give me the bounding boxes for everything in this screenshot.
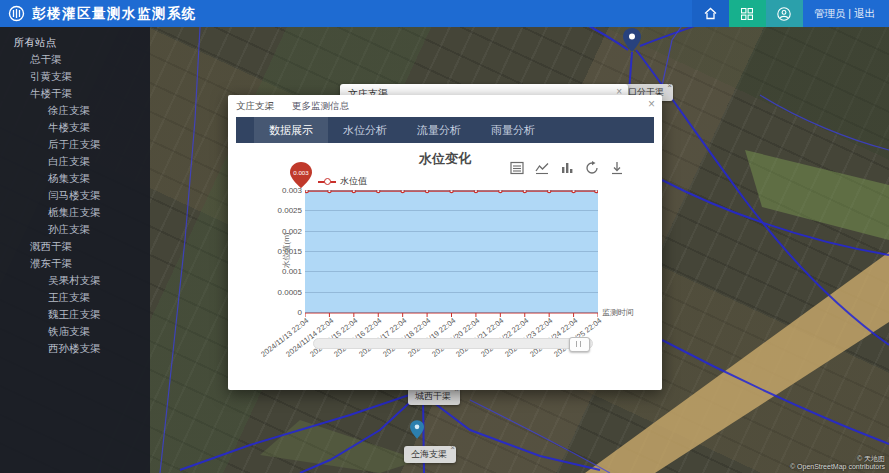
- sidebar-item-canal[interactable]: 所有站点: [0, 34, 150, 51]
- dialog-tab-bar: 数据展示水位分析流量分析雨量分析: [236, 117, 654, 143]
- gridline: [305, 231, 598, 232]
- sidebar-item-canal[interactable]: 牛楼干渠: [0, 85, 150, 102]
- user-button[interactable]: [766, 0, 803, 27]
- data-view-icon[interactable]: [510, 161, 524, 175]
- x-axis-name: 监测时间: [602, 307, 634, 318]
- gridline: [305, 292, 598, 293]
- chart-toolbox: [510, 161, 624, 175]
- sidebar-item-canal[interactable]: 濮东干渠: [0, 255, 150, 272]
- series-area: [305, 191, 598, 313]
- sidebar-item-canal[interactable]: 牛楼支渠: [0, 119, 150, 136]
- y-tick-label: 0.001: [266, 267, 302, 276]
- map-marker-pin[interactable]: [623, 28, 641, 56]
- close-icon[interactable]: ×: [450, 444, 455, 452]
- legend-line-marker-icon: [318, 181, 336, 183]
- chart-legend[interactable]: 水位值: [318, 175, 367, 188]
- more-info-link[interactable]: 更多监测信息: [292, 100, 349, 113]
- legend-series-label: 水位值: [340, 175, 367, 188]
- attribution-line: © 天地图: [790, 455, 885, 463]
- map-tooltip-canal[interactable]: 仝海支渠 ×: [404, 446, 456, 463]
- y-tick-label: 0.0025: [266, 206, 302, 215]
- markpoint-value: 0.003: [293, 169, 309, 176]
- sidebar-item-canal[interactable]: 栀集庄支渠: [0, 204, 150, 221]
- switch-bar-icon[interactable]: [560, 161, 574, 175]
- gridline: [305, 251, 598, 252]
- datazoom-slider[interactable]: [313, 338, 593, 349]
- application-window: 彭楼灌区量测水监测系统: [0, 0, 889, 473]
- sidebar-item-canal[interactable]: 西孙楼支渠: [0, 340, 150, 357]
- sidebar-item-canal[interactable]: 吴果村支渠: [0, 272, 150, 289]
- datazoom-handle[interactable]: [569, 337, 590, 352]
- y-tick-label: 0: [266, 308, 302, 317]
- sidebar-item-canal[interactable]: 铁庙支渠: [0, 323, 150, 340]
- sidebar-item-canal[interactable]: 总干渠: [0, 51, 150, 68]
- chart-plot-area[interactable]: [305, 190, 598, 312]
- gridline: [305, 271, 598, 272]
- close-icon[interactable]: ×: [648, 97, 655, 111]
- dialog-station-name: 文庄支渠: [236, 100, 274, 113]
- app-title: 彭楼灌区量测水监测系统: [32, 5, 197, 23]
- sidebar-item-canal[interactable]: 引黄支渠: [0, 68, 150, 85]
- save-image-icon[interactable]: [610, 161, 624, 175]
- sidebar-item-canal[interactable]: 徐庄支渠: [0, 102, 150, 119]
- apps-grid-icon: [741, 8, 753, 20]
- map-tooltip-label: 仝海支渠: [411, 449, 447, 459]
- dialog-tab-2[interactable]: 流量分析: [402, 117, 476, 143]
- sidebar-item-canal[interactable]: 王庄支渠: [0, 289, 150, 306]
- y-tick-label: 0.0005: [266, 288, 302, 297]
- map-attribution: © 天地图© OpenStreetMap contributors: [790, 455, 885, 471]
- user-session-label[interactable]: 管理员 | 退出: [814, 7, 875, 21]
- app-header: 彭楼灌区量测水监测系统: [0, 0, 889, 27]
- map-tooltip-label: 城西干渠: [415, 391, 451, 401]
- sidebar-item-canal[interactable]: 魏王庄支渠: [0, 306, 150, 323]
- dialog-tab-1[interactable]: 水位分析: [328, 117, 402, 143]
- station-detail-dialog: 文庄支渠 更多监测信息 × 数据展示水位分析流量分析雨量分析 水位变化: [228, 95, 662, 390]
- max-value-markpoint: 0.003: [290, 162, 312, 192]
- switch-line-icon[interactable]: [535, 161, 549, 175]
- y-tick-label: 0.0015: [266, 247, 302, 256]
- dialog-tab-0[interactable]: 数据展示: [254, 117, 328, 143]
- map-marker-pin[interactable]: [410, 420, 424, 443]
- y-tick-label: 0.002: [266, 227, 302, 236]
- apps-button[interactable]: [729, 0, 766, 27]
- dialog-tab-3[interactable]: 雨量分析: [476, 117, 550, 143]
- sidebar-item-canal[interactable]: 白庄支渠: [0, 153, 150, 170]
- sidebar-item-canal[interactable]: 孙庄支渠: [0, 221, 150, 238]
- map-tooltip-canal[interactable]: 城西干渠 ×: [408, 388, 460, 405]
- attribution-line: © OpenStreetMap contributors: [790, 463, 885, 471]
- user-icon: [777, 7, 791, 21]
- close-icon[interactable]: ×: [667, 82, 672, 90]
- sidebar-item-canal[interactable]: 后于庄支渠: [0, 136, 150, 153]
- home-icon: [704, 7, 717, 20]
- sidebar-item-canal[interactable]: 溉西干渠: [0, 238, 150, 255]
- sidebar-item-canal[interactable]: 杨集支渠: [0, 170, 150, 187]
- app-logo-icon: [8, 5, 25, 22]
- header-actions: 管理员 | 退出: [692, 0, 889, 27]
- canal-tree-sidebar: 所有站点总干渠引黄支渠牛楼干渠徐庄支渠牛楼支渠后于庄支渠白庄支渠杨集支渠闫马楼支…: [0, 27, 150, 473]
- sidebar-item-canal[interactable]: 闫马楼支渠: [0, 187, 150, 204]
- field-patch-2: [260, 420, 420, 473]
- restore-icon[interactable]: [585, 161, 599, 175]
- home-button[interactable]: [692, 0, 729, 27]
- gridline: [305, 210, 598, 211]
- gridline: [305, 190, 598, 191]
